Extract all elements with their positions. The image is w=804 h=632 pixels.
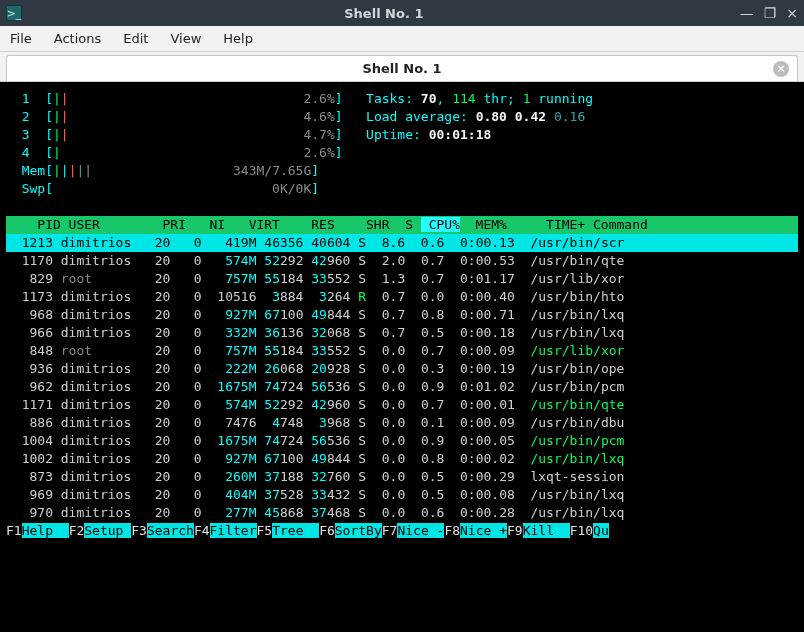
menu-file[interactable]: File <box>10 31 32 46</box>
fn-key[interactable]: F7 <box>382 523 398 538</box>
fn-key[interactable]: F6 <box>319 523 335 538</box>
tab-close-icon[interactable]: × <box>773 61 789 77</box>
meter-row: 2 [|| 4.6%] Load average: 0.80 0.42 0.16 <box>6 108 798 126</box>
menu-actions[interactable]: Actions <box>54 31 102 46</box>
tab-label: Shell No. 1 <box>362 61 441 76</box>
process-row[interactable]: 970 dimitrios 20 0 277M 45868 37468 S 0.… <box>6 504 798 522</box>
window-title: Shell No. 1 <box>28 6 740 21</box>
meter-row: Swp[ 0K/0K] <box>6 180 798 198</box>
fn-key[interactable]: F2 <box>69 523 85 538</box>
process-row[interactable]: 1171 dimitrios 20 0 574M 52292 42960 S 0… <box>6 396 798 414</box>
fn-action[interactable]: Setup <box>84 523 131 538</box>
process-row[interactable]: 966 dimitrios 20 0 332M 36136 32068 S 0.… <box>6 324 798 342</box>
fn-action[interactable]: SortBy <box>335 523 382 538</box>
fn-action[interactable]: Search <box>147 523 194 538</box>
fn-key[interactable]: F9 <box>507 523 523 538</box>
meter-row: 1 [|| 2.6%] Tasks: 70, 114 thr; 1 runnin… <box>6 90 798 108</box>
fn-key[interactable]: F4 <box>194 523 210 538</box>
fn-key[interactable]: F5 <box>257 523 273 538</box>
menu-bar: File Actions Edit View Help <box>0 26 804 52</box>
terminal[interactable]: 1 [|| 2.6%] Tasks: 70, 114 thr; 1 runnin… <box>0 82 804 632</box>
process-row[interactable]: 829 root 20 0 757M 55184 33552 S 1.3 0.7… <box>6 270 798 288</box>
tab-bar: Shell No. 1 × <box>0 52 804 82</box>
tab-shell-1[interactable]: Shell No. 1 × <box>6 55 798 81</box>
fn-action[interactable]: Filter <box>210 523 257 538</box>
process-row[interactable]: 1002 dimitrios 20 0 927M 67100 49844 S 0… <box>6 450 798 468</box>
process-row[interactable]: 1213 dimitrios 20 0 419M 46356 40604 S 8… <box>6 234 798 252</box>
app-icon: >_ <box>6 5 22 21</box>
process-row[interactable]: 886 dimitrios 20 0 7476 4748 3968 S 0.0 … <box>6 414 798 432</box>
menu-edit[interactable]: Edit <box>123 31 148 46</box>
fn-key[interactable]: F8 <box>444 523 460 538</box>
fn-action[interactable]: Tree <box>272 523 319 538</box>
fn-action[interactable]: Nice + <box>460 523 507 538</box>
function-key-bar: F1Help F2Setup F3SearchF4FilterF5Tree F6… <box>6 522 798 540</box>
fn-action[interactable]: Qu <box>593 523 609 538</box>
process-row[interactable]: 848 root 20 0 757M 55184 33552 S 0.0 0.7… <box>6 342 798 360</box>
fn-action[interactable]: Help <box>22 523 69 538</box>
fn-action[interactable]: Kill <box>523 523 570 538</box>
process-row[interactable]: 962 dimitrios 20 0 1675M 74724 56536 S 0… <box>6 378 798 396</box>
menu-help[interactable]: Help <box>223 31 253 46</box>
minimize-button[interactable]: — <box>740 5 754 21</box>
fn-action[interactable]: Nice - <box>397 523 444 538</box>
close-button[interactable]: × <box>786 5 798 21</box>
meter-row: 3 [|| 4.7%] Uptime: 00:01:18 <box>6 126 798 144</box>
process-row[interactable]: 873 dimitrios 20 0 260M 37188 32760 S 0.… <box>6 468 798 486</box>
maximize-button[interactable]: ❐ <box>764 5 777 21</box>
meter-row: Mem[||||| 343M/7.65G] <box>6 162 798 180</box>
fn-key[interactable]: F1 <box>6 523 22 538</box>
process-header[interactable]: PID USER PRI NI VIRT RES SHR S CPU% MEM%… <box>6 216 798 234</box>
title-bar: >_ Shell No. 1 — ❐ × <box>0 0 804 26</box>
fn-key[interactable]: F10 <box>570 523 593 538</box>
menu-view[interactable]: View <box>170 31 201 46</box>
process-row[interactable]: 936 dimitrios 20 0 222M 26068 20928 S 0.… <box>6 360 798 378</box>
process-row[interactable]: 1004 dimitrios 20 0 1675M 74724 56536 S … <box>6 432 798 450</box>
process-row[interactable]: 1170 dimitrios 20 0 574M 52292 42960 S 2… <box>6 252 798 270</box>
process-row[interactable]: 968 dimitrios 20 0 927M 67100 49844 S 0.… <box>6 306 798 324</box>
process-row[interactable]: 1173 dimitrios 20 0 10516 3884 3264 R 0.… <box>6 288 798 306</box>
process-row[interactable]: 969 dimitrios 20 0 404M 37528 33432 S 0.… <box>6 486 798 504</box>
fn-key[interactable]: F3 <box>131 523 147 538</box>
meter-row: 4 [| 2.6%] <box>6 144 798 162</box>
